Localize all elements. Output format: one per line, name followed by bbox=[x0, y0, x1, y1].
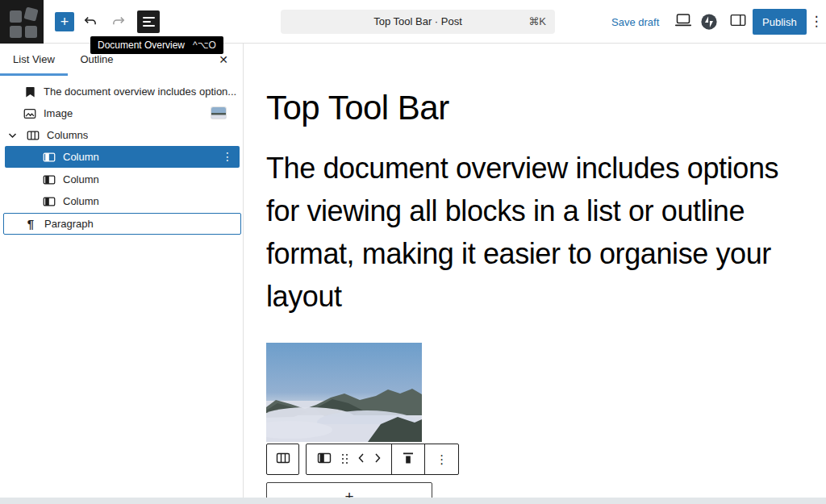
settings-sidebar-button[interactable] bbox=[728, 12, 749, 30]
move-left-button[interactable] bbox=[357, 444, 365, 474]
redo-icon bbox=[111, 13, 127, 31]
list-item-paragraph[interactable]: ¶ Paragraph bbox=[3, 213, 241, 235]
column-icon bbox=[42, 173, 56, 187]
chevron-right-icon bbox=[374, 452, 382, 466]
undo-button[interactable] bbox=[81, 13, 99, 31]
site-icon-tile bbox=[23, 6, 38, 21]
bookmark-icon bbox=[23, 85, 37, 99]
list-item-label: Image bbox=[44, 107, 73, 119]
list-item-column[interactable]: Column bbox=[0, 169, 244, 190]
tooltip-label: Document Overview bbox=[98, 40, 185, 51]
move-right-button[interactable] bbox=[374, 444, 382, 474]
site-icon-tile bbox=[25, 26, 37, 38]
options-menu-button[interactable]: ⋮ bbox=[808, 11, 824, 32]
list-item-label: Column bbox=[63, 173, 99, 185]
chevron-left-icon bbox=[357, 452, 365, 466]
chevron-down-icon[interactable] bbox=[6, 132, 18, 139]
block-toolbar-main-segment bbox=[307, 444, 391, 474]
list-item-column[interactable]: Column bbox=[0, 190, 244, 212]
preview-button[interactable] bbox=[673, 12, 694, 30]
column-icon bbox=[316, 450, 332, 469]
list-item-label: The document overview includes option... bbox=[44, 85, 236, 98]
site-icon-tile bbox=[10, 26, 22, 38]
active-tab-indicator bbox=[0, 73, 68, 76]
command-shortcut: ⌘K bbox=[528, 10, 546, 34]
tab-list-view[interactable]: List View bbox=[0, 44, 68, 76]
redo-button[interactable] bbox=[110, 13, 127, 31]
block-toolbar: ⋮ bbox=[306, 444, 459, 475]
laptop-icon bbox=[674, 12, 693, 31]
list-view-panel: List View Outline ✕ The document overvie… bbox=[0, 44, 244, 504]
post-heading[interactable]: Top Tool Bar bbox=[266, 89, 449, 127]
publish-button[interactable]: Publish bbox=[753, 9, 807, 35]
columns-icon bbox=[275, 450, 291, 469]
post-image[interactable] bbox=[266, 343, 422, 442]
align-top-icon bbox=[401, 450, 415, 469]
undo-icon bbox=[82, 13, 98, 31]
add-block-button[interactable]: + bbox=[55, 12, 74, 31]
list-item-label: Paragraph bbox=[44, 218, 94, 230]
column-icon bbox=[42, 194, 56, 209]
list-item-label: Column bbox=[63, 151, 99, 163]
block-options-button[interactable]: ⋮ bbox=[436, 444, 448, 474]
image-icon bbox=[23, 106, 37, 121]
list-item-heading[interactable]: The document overview includes option... bbox=[0, 81, 244, 102]
editor-canvas: Top Tool Bar The document overview inclu… bbox=[244, 44, 826, 504]
block-toolbar-more-segment: ⋮ bbox=[424, 444, 458, 474]
document-title: Top Tool Bar · Post bbox=[281, 10, 555, 34]
list-view-icon bbox=[143, 15, 155, 29]
list-item-columns[interactable]: Columns bbox=[0, 124, 244, 146]
drag-handle[interactable] bbox=[342, 444, 348, 474]
jetpack-button[interactable] bbox=[700, 13, 718, 31]
block-toolbar-align-segment bbox=[391, 444, 425, 474]
site-icon[interactable] bbox=[0, 0, 44, 44]
vertical-align-button[interactable] bbox=[401, 444, 415, 474]
paragraph-icon: ¶ bbox=[23, 217, 38, 231]
site-icon-tile bbox=[10, 10, 22, 23]
tooltip-shortcut: ^⌥O bbox=[193, 40, 216, 51]
row-options-icon[interactable]: ⋮ bbox=[222, 146, 233, 168]
editor-window: + Top Tool Bar · Post ⌘K Save draft bbox=[0, 0, 826, 504]
list-item-image[interactable]: Image bbox=[0, 102, 244, 124]
columns-icon bbox=[26, 128, 40, 143]
post-paragraph[interactable]: The document overview includes options f… bbox=[266, 147, 792, 318]
sidebar-panel-icon bbox=[729, 12, 747, 31]
image-thumbnail bbox=[211, 107, 226, 119]
jetpack-icon bbox=[700, 21, 718, 33]
list-item-label: Column bbox=[63, 195, 99, 207]
list-item-column-selected[interactable]: Column ⋮ bbox=[5, 146, 240, 168]
drag-handle-icon bbox=[342, 454, 348, 464]
list-item-label: Columns bbox=[47, 129, 88, 141]
parent-columns-selector[interactable] bbox=[266, 444, 299, 475]
bottom-edge-strip bbox=[0, 498, 826, 504]
column-block-button[interactable] bbox=[316, 444, 332, 474]
save-draft-button[interactable]: Save draft bbox=[611, 16, 659, 28]
document-overview-tooltip: Document Overview ^⌥O bbox=[90, 36, 223, 54]
document-overview-button[interactable] bbox=[137, 10, 160, 33]
command-palette[interactable]: Top Tool Bar · Post ⌘K bbox=[281, 10, 555, 34]
column-icon bbox=[42, 150, 56, 165]
